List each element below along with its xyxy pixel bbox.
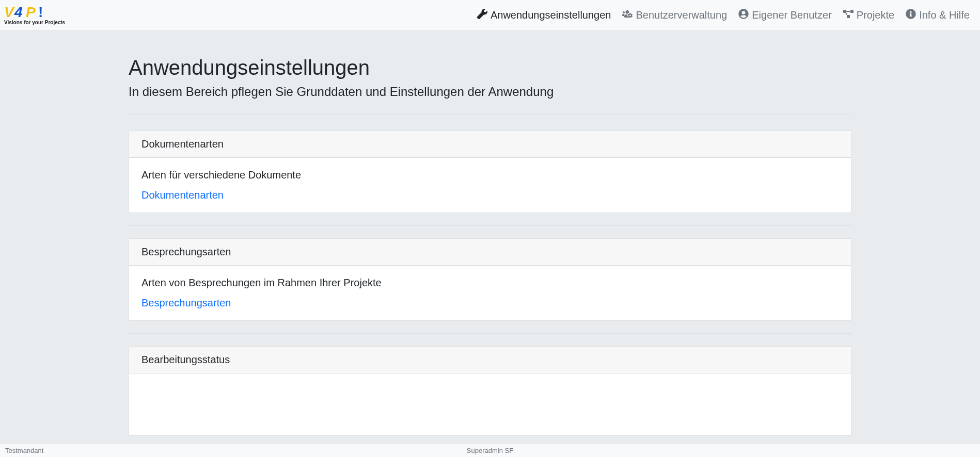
nav-label: Benutzerverwaltung: [636, 9, 727, 21]
card-header: Dokumentenarten: [129, 131, 851, 158]
svg-text:!: !: [38, 4, 43, 20]
card-besprechungsarten: Besprechungsarten Arten von Besprechunge…: [129, 238, 851, 321]
card-link-dokumentenarten[interactable]: Dokumentenarten: [141, 189, 224, 201]
navbar: V 4 P ! Visions for your Projects Anwend…: [0, 0, 980, 30]
card-header: Bearbeitungsstatus: [129, 347, 851, 373]
user-circle-icon: [738, 9, 749, 22]
page-subtitle: In diesem Bereich pflegen Sie Grunddaten…: [129, 85, 851, 99]
card-body: Arten für verschiedene Dokumente Dokumen…: [129, 158, 851, 213]
nav-item-anwendungseinstellungen[interactable]: Anwendungseinstellungen: [477, 9, 611, 22]
section-divider: [129, 333, 851, 334]
users-cog-icon: [622, 9, 633, 22]
section-divider: [129, 225, 851, 226]
svg-text:P: P: [26, 4, 36, 20]
svg-text:V: V: [4, 4, 15, 20]
card-text: Arten für verschiedene Dokumente: [141, 169, 839, 181]
wrench-icon: [477, 9, 487, 22]
footer-user: Superadmin SF: [467, 447, 513, 454]
footer: Testmandant Superadmin SF: [0, 444, 980, 457]
nav-items: Anwendungseinstellungen Benutzerverwaltu…: [477, 9, 970, 22]
main-scroll[interactable]: Anwendungseinstellungen In diesem Bereic…: [0, 30, 980, 444]
card-body: [129, 373, 851, 435]
nav-item-eigener-benutzer[interactable]: Eigener Benutzer: [738, 9, 832, 22]
divider: [129, 115, 851, 115]
svg-text:Visions for your Projects: Visions for your Projects: [4, 20, 66, 25]
nav-label: Anwendungseinstellungen: [491, 9, 611, 21]
logo[interactable]: V 4 P ! Visions for your Projects: [4, 4, 82, 26]
nav-item-benutzerverwaltung[interactable]: Benutzerverwaltung: [622, 9, 727, 22]
nav-label: Projekte: [857, 9, 894, 21]
info-circle-icon: [906, 9, 916, 22]
nav-label: Info & Hilfe: [919, 9, 970, 21]
card-bearbeitungsstatus: Bearbeitungsstatus: [129, 346, 851, 436]
content: Anwendungseinstellungen In diesem Bereic…: [129, 30, 851, 444]
nav-label: Eigener Benutzer: [752, 9, 832, 21]
card-link-besprechungsarten[interactable]: Besprechungsarten: [141, 297, 231, 308]
footer-tenant: Testmandant: [5, 447, 43, 454]
card-dokumentenarten: Dokumentenarten Arten für verschiedene D…: [129, 130, 851, 213]
nav-item-info-hilfe[interactable]: Info & Hilfe: [906, 9, 970, 22]
card-header: Besprechungsarten: [129, 239, 851, 266]
card-body: Arten von Besprechungen im Rahmen Ihrer …: [129, 266, 851, 320]
nav-item-projekte[interactable]: Projekte: [843, 9, 894, 22]
page-title: Anwendungseinstellungen: [129, 56, 851, 79]
project-diagram-icon: [843, 9, 853, 22]
card-text: Arten von Besprechungen im Rahmen Ihrer …: [141, 277, 839, 289]
svg-text:4: 4: [14, 4, 23, 20]
